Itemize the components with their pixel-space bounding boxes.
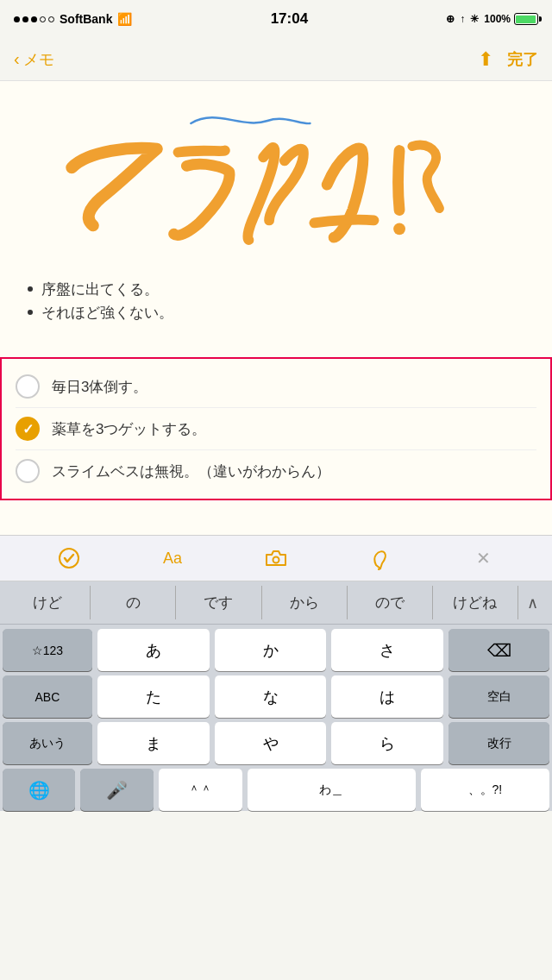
checklist-item-3[interactable]: スライムベスは無視。（違いがわからん） (16, 450, 536, 492)
check-circle-icon (58, 547, 80, 569)
key-return[interactable]: 改行 (448, 722, 549, 764)
dot-3 (31, 16, 37, 22)
dot-2 (22, 16, 28, 22)
suggestion-2[interactable]: です (176, 586, 261, 619)
battery-icon (514, 13, 538, 25)
checklist-text-2: 薬草を3つゲットする。 (52, 419, 206, 439)
checkbox-1[interactable] (16, 374, 40, 399)
key-a[interactable]: あ (97, 629, 210, 671)
key-ya[interactable]: や (215, 722, 327, 764)
svg-point-2 (273, 557, 279, 563)
key-mic[interactable]: 🎤 (80, 769, 153, 811)
key-punct[interactable]: 、。?! (421, 769, 549, 811)
keyboard-row-3: あいう ま や ら 改行 (0, 718, 552, 764)
key-sa[interactable]: さ (331, 629, 443, 671)
camera-icon (265, 549, 287, 568)
back-button[interactable]: ‹ メモ (14, 49, 54, 70)
note-content[interactable]: 序盤に出てくる。 それほど強くない。 (0, 81, 552, 357)
key-ma[interactable]: ま (97, 722, 210, 764)
editor-toolbar: Aa ✕ (0, 535, 552, 581)
checkbox-2[interactable] (16, 417, 40, 441)
checkbox-3[interactable] (16, 459, 40, 483)
nav-right-buttons: ⬆ 完了 (478, 48, 538, 71)
dot-1 (14, 16, 20, 22)
battery-fill (516, 16, 536, 23)
suggestions-bar: けど の です から ので けどね ∧ (0, 581, 552, 625)
suggestion-expand-icon[interactable]: ∧ (518, 594, 547, 612)
bullet-text-2: それほど強くない。 (41, 301, 173, 324)
suggestion-1[interactable]: の (91, 586, 176, 619)
share-icon[interactable]: ⬆ (478, 48, 493, 71)
bullet-dot-1 (28, 286, 33, 292)
bluetooth-icon: ✳ (470, 13, 479, 25)
checklist-section: 毎日3体倒す。 薬草を3つゲットする。 スライムベスは無視。（違いがわからん） (0, 357, 552, 500)
suggestion-0[interactable]: けど (5, 586, 91, 619)
key-ha[interactable]: は (331, 675, 443, 718)
bullet-item-1: 序盤に出てくる。 (28, 278, 531, 301)
battery-container: 100% (484, 13, 538, 25)
text-format-button[interactable]: Aa (154, 539, 191, 577)
camera-button[interactable] (257, 539, 295, 577)
note-footer (0, 500, 552, 535)
close-toolbar-button[interactable]: ✕ (464, 539, 502, 577)
signal-dots (14, 16, 54, 22)
navigation-bar: ‹ メモ ⬆ 完了 (0, 38, 552, 81)
key-aiu[interactable]: あいう (3, 722, 92, 764)
key-backspace[interactable]: ⌫ (448, 629, 549, 671)
suggestion-4[interactable]: ので (348, 586, 433, 619)
checklist-text-1: 毎日3体倒す。 (52, 377, 147, 397)
key-globe[interactable]: 🌐 (3, 769, 75, 811)
key-na[interactable]: な (215, 675, 327, 718)
checklist-text-3: スライムベスは無視。（違いがわからん） (52, 462, 330, 481)
checklist-toolbar-button[interactable] (50, 539, 88, 577)
dot-4 (40, 16, 46, 22)
arrow-icon: ↑ (460, 13, 465, 25)
svg-point-0 (393, 223, 405, 235)
done-button[interactable]: 完了 (507, 49, 538, 70)
bullet-text-1: 序盤に出てくる。 (41, 278, 159, 301)
close-icon: ✕ (476, 548, 491, 569)
bullet-item-2: それほど強くない。 (28, 301, 531, 324)
bullet-list: 序盤に出てくる。 それほど強くない。 (21, 278, 531, 335)
key-space[interactable]: 空白 (448, 675, 549, 718)
keyboard: ☆123 あ か さ ⌫ ABC た な は 空白 あいう ま や ら 改行 🌐… (0, 625, 552, 811)
key-abc[interactable]: ABC (3, 675, 92, 718)
handwriting-canvas[interactable] (21, 98, 531, 271)
handwriting-svg (21, 98, 531, 271)
key-dakuten[interactable]: ＾＾ (159, 769, 242, 811)
pen-icon (369, 546, 390, 570)
battery-percent: 100% (484, 13, 511, 25)
checklist-item-2[interactable]: 薬草を3つゲットする。 (16, 408, 536, 450)
status-bar: SoftBank 📶 17:04 ⊕ ↑ ✳ 100% (0, 0, 552, 38)
key-ta[interactable]: た (97, 675, 210, 718)
key-wa[interactable]: わ＿ (248, 769, 416, 811)
dot-5 (48, 16, 54, 22)
bullet-dot-2 (28, 310, 33, 315)
key-ka[interactable]: か (215, 629, 327, 671)
key-ra[interactable]: ら (331, 722, 443, 764)
suggestion-3[interactable]: から (262, 586, 348, 619)
pen-button[interactable] (361, 539, 398, 577)
carrier-label: SoftBank (60, 12, 112, 26)
keyboard-row-2: ABC た な は 空白 (0, 671, 552, 718)
chevron-left-icon: ‹ (14, 49, 20, 69)
keyboard-row-1: ☆123 あ か さ ⌫ (0, 625, 552, 671)
location-icon: ⊕ (446, 13, 455, 25)
back-label: メモ (23, 49, 54, 70)
suggestion-5[interactable]: けどね (433, 586, 518, 619)
checklist-item-1[interactable]: 毎日3体倒す。 (16, 366, 536, 408)
status-left: SoftBank 📶 (14, 12, 132, 26)
wifi-icon: 📶 (117, 12, 132, 26)
status-time: 17:04 (271, 10, 308, 28)
status-right: ⊕ ↑ ✳ 100% (446, 13, 538, 25)
svg-line-3 (379, 569, 380, 569)
keyboard-row-4: 🌐 🎤 ＾＾ わ＿ 、。?! (0, 764, 552, 811)
key-hankaku[interactable]: ☆123 (3, 629, 92, 671)
